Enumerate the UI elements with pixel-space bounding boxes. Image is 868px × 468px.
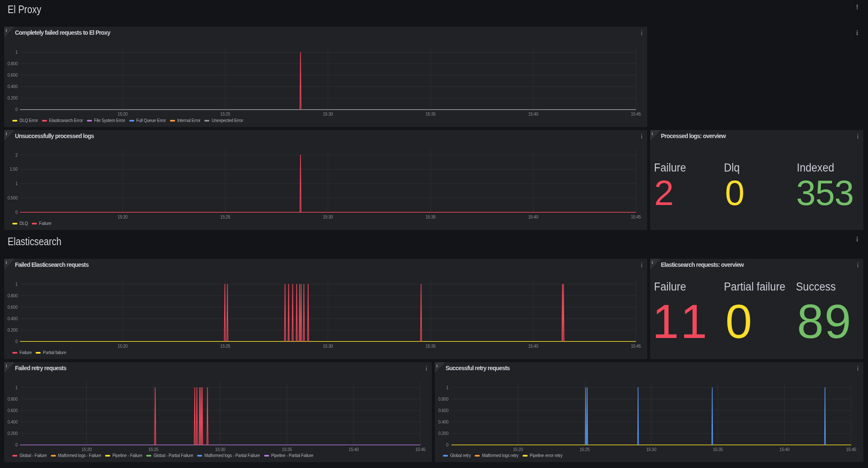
svg-text:0: 0 bbox=[15, 443, 18, 447]
svg-text:0.800: 0.800 bbox=[438, 397, 448, 402]
svg-text:15:45: 15:45 bbox=[631, 344, 641, 349]
svg-text:0.600: 0.600 bbox=[8, 305, 18, 310]
svg-text:0.500: 0.500 bbox=[8, 196, 18, 200]
svg-text:15:25: 15:25 bbox=[148, 447, 159, 452]
svg-text:0.200: 0.200 bbox=[8, 431, 18, 436]
svg-text:15:45: 15:45 bbox=[631, 215, 641, 219]
svg-text:0.600: 0.600 bbox=[8, 408, 18, 413]
svg-text:15:45: 15:45 bbox=[631, 112, 641, 116]
svg-text:15:30: 15:30 bbox=[323, 344, 333, 349]
svg-text:0: 0 bbox=[15, 107, 18, 112]
svg-text:15:45: 15:45 bbox=[846, 447, 856, 452]
svg-text:15:30: 15:30 bbox=[323, 112, 333, 116]
svg-text:15:25: 15:25 bbox=[220, 215, 231, 219]
svg-text:0.800: 0.800 bbox=[8, 294, 18, 298]
svg-text:15:40: 15:40 bbox=[779, 447, 790, 452]
svg-text:15:25: 15:25 bbox=[580, 447, 590, 452]
svg-text:15:35: 15:35 bbox=[282, 447, 292, 452]
svg-text:1: 1 bbox=[15, 50, 18, 55]
svg-text:0.400: 0.400 bbox=[438, 420, 448, 424]
svg-text:0.200: 0.200 bbox=[8, 328, 18, 332]
svg-text:15:20: 15:20 bbox=[513, 447, 523, 452]
svg-text:0.800: 0.800 bbox=[8, 397, 18, 402]
svg-text:15:20: 15:20 bbox=[82, 447, 92, 452]
svg-text:15:30: 15:30 bbox=[215, 447, 225, 452]
svg-text:15:25: 15:25 bbox=[220, 344, 231, 349]
svg-text:1: 1 bbox=[15, 385, 18, 390]
svg-text:15:20: 15:20 bbox=[117, 112, 128, 116]
svg-text:0: 0 bbox=[446, 443, 449, 447]
svg-text:15:20: 15:20 bbox=[117, 344, 128, 349]
svg-text:15:30: 15:30 bbox=[646, 447, 657, 452]
svg-text:15:35: 15:35 bbox=[426, 215, 436, 219]
svg-text:15:35: 15:35 bbox=[426, 112, 436, 116]
svg-text:0.400: 0.400 bbox=[8, 316, 18, 321]
svg-text:1.50: 1.50 bbox=[10, 167, 18, 172]
svg-text:0.400: 0.400 bbox=[8, 84, 18, 89]
svg-text:15:40: 15:40 bbox=[528, 215, 538, 219]
svg-text:0.600: 0.600 bbox=[438, 408, 448, 413]
svg-text:1: 1 bbox=[15, 282, 18, 287]
svg-text:0: 0 bbox=[15, 210, 18, 215]
svg-text:15:40: 15:40 bbox=[528, 344, 538, 349]
svg-text:0.200: 0.200 bbox=[8, 96, 18, 100]
svg-text:15:30: 15:30 bbox=[323, 215, 333, 219]
svg-text:0.400: 0.400 bbox=[8, 420, 18, 424]
svg-text:1: 1 bbox=[446, 385, 449, 390]
svg-text:15:25: 15:25 bbox=[220, 112, 231, 116]
svg-text:15:35: 15:35 bbox=[426, 344, 436, 349]
svg-text:15:35: 15:35 bbox=[713, 447, 723, 452]
svg-text:15:20: 15:20 bbox=[117, 215, 128, 219]
svg-text:2: 2 bbox=[15, 153, 18, 158]
svg-text:15:45: 15:45 bbox=[415, 447, 426, 452]
svg-text:15:40: 15:40 bbox=[349, 447, 359, 452]
svg-text:0.600: 0.600 bbox=[8, 73, 18, 78]
svg-text:0.800: 0.800 bbox=[8, 61, 18, 66]
svg-text:1: 1 bbox=[15, 181, 18, 186]
svg-text:0.200: 0.200 bbox=[438, 431, 448, 436]
svg-text:0: 0 bbox=[15, 339, 18, 344]
svg-text:15:40: 15:40 bbox=[528, 112, 538, 116]
